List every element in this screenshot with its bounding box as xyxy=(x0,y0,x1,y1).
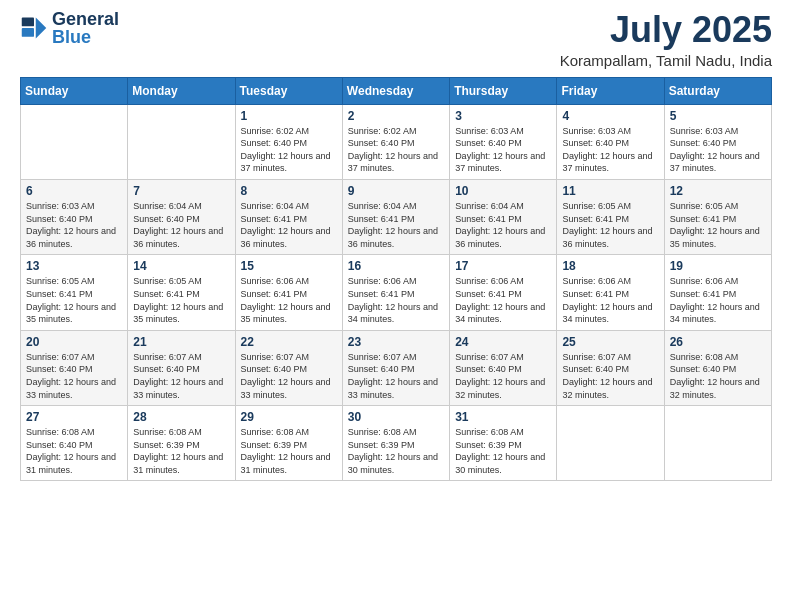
day-info: Sunrise: 6:02 AM Sunset: 6:40 PM Dayligh… xyxy=(348,125,445,175)
calendar-cell: 22Sunrise: 6:07 AM Sunset: 6:40 PM Dayli… xyxy=(235,330,342,405)
calendar-cell: 2Sunrise: 6:02 AM Sunset: 6:40 PM Daylig… xyxy=(342,104,449,179)
day-info: Sunrise: 6:04 AM Sunset: 6:41 PM Dayligh… xyxy=(455,200,552,250)
day-info: Sunrise: 6:08 AM Sunset: 6:39 PM Dayligh… xyxy=(241,426,338,476)
calendar-cell: 15Sunrise: 6:06 AM Sunset: 6:41 PM Dayli… xyxy=(235,255,342,330)
day-info: Sunrise: 6:04 AM Sunset: 6:41 PM Dayligh… xyxy=(348,200,445,250)
calendar-cell: 14Sunrise: 6:05 AM Sunset: 6:41 PM Dayli… xyxy=(128,255,235,330)
day-number: 1 xyxy=(241,109,338,123)
calendar-cell: 7Sunrise: 6:04 AM Sunset: 6:40 PM Daylig… xyxy=(128,179,235,254)
week-row-2: 6Sunrise: 6:03 AM Sunset: 6:40 PM Daylig… xyxy=(21,179,772,254)
week-row-4: 20Sunrise: 6:07 AM Sunset: 6:40 PM Dayli… xyxy=(21,330,772,405)
calendar-cell: 4Sunrise: 6:03 AM Sunset: 6:40 PM Daylig… xyxy=(557,104,664,179)
calendar-cell: 31Sunrise: 6:08 AM Sunset: 6:39 PM Dayli… xyxy=(450,406,557,481)
day-number: 10 xyxy=(455,184,552,198)
day-info: Sunrise: 6:06 AM Sunset: 6:41 PM Dayligh… xyxy=(670,275,767,325)
calendar-cell: 12Sunrise: 6:05 AM Sunset: 6:41 PM Dayli… xyxy=(664,179,771,254)
calendar-cell xyxy=(664,406,771,481)
calendar-cell: 28Sunrise: 6:08 AM Sunset: 6:39 PM Dayli… xyxy=(128,406,235,481)
calendar-cell: 6Sunrise: 6:03 AM Sunset: 6:40 PM Daylig… xyxy=(21,179,128,254)
day-info: Sunrise: 6:07 AM Sunset: 6:40 PM Dayligh… xyxy=(133,351,230,401)
day-number: 16 xyxy=(348,259,445,273)
calendar-cell: 20Sunrise: 6:07 AM Sunset: 6:40 PM Dayli… xyxy=(21,330,128,405)
day-info: Sunrise: 6:07 AM Sunset: 6:40 PM Dayligh… xyxy=(562,351,659,401)
calendar-cell: 3Sunrise: 6:03 AM Sunset: 6:40 PM Daylig… xyxy=(450,104,557,179)
day-number: 12 xyxy=(670,184,767,198)
day-info: Sunrise: 6:07 AM Sunset: 6:40 PM Dayligh… xyxy=(26,351,123,401)
day-info: Sunrise: 6:08 AM Sunset: 6:40 PM Dayligh… xyxy=(26,426,123,476)
calendar-cell: 9Sunrise: 6:04 AM Sunset: 6:41 PM Daylig… xyxy=(342,179,449,254)
week-row-3: 13Sunrise: 6:05 AM Sunset: 6:41 PM Dayli… xyxy=(21,255,772,330)
col-sunday: Sunday xyxy=(21,77,128,104)
day-info: Sunrise: 6:08 AM Sunset: 6:39 PM Dayligh… xyxy=(455,426,552,476)
day-number: 17 xyxy=(455,259,552,273)
calendar-cell: 17Sunrise: 6:06 AM Sunset: 6:41 PM Dayli… xyxy=(450,255,557,330)
day-number: 28 xyxy=(133,410,230,424)
calendar-cell: 19Sunrise: 6:06 AM Sunset: 6:41 PM Dayli… xyxy=(664,255,771,330)
day-info: Sunrise: 6:05 AM Sunset: 6:41 PM Dayligh… xyxy=(670,200,767,250)
day-number: 22 xyxy=(241,335,338,349)
calendar-cell: 8Sunrise: 6:04 AM Sunset: 6:41 PM Daylig… xyxy=(235,179,342,254)
svg-rect-1 xyxy=(22,28,34,37)
day-info: Sunrise: 6:02 AM Sunset: 6:40 PM Dayligh… xyxy=(241,125,338,175)
calendar-cell: 16Sunrise: 6:06 AM Sunset: 6:41 PM Dayli… xyxy=(342,255,449,330)
calendar-cell: 11Sunrise: 6:05 AM Sunset: 6:41 PM Dayli… xyxy=(557,179,664,254)
day-info: Sunrise: 6:06 AM Sunset: 6:41 PM Dayligh… xyxy=(562,275,659,325)
subtitle: Korampallam, Tamil Nadu, India xyxy=(560,52,772,69)
day-info: Sunrise: 6:06 AM Sunset: 6:41 PM Dayligh… xyxy=(348,275,445,325)
day-number: 3 xyxy=(455,109,552,123)
calendar-cell: 13Sunrise: 6:05 AM Sunset: 6:41 PM Dayli… xyxy=(21,255,128,330)
title-block: July 2025 Korampallam, Tamil Nadu, India xyxy=(560,10,772,69)
calendar-cell: 18Sunrise: 6:06 AM Sunset: 6:41 PM Dayli… xyxy=(557,255,664,330)
svg-rect-0 xyxy=(22,18,34,27)
day-number: 5 xyxy=(670,109,767,123)
day-number: 24 xyxy=(455,335,552,349)
day-info: Sunrise: 6:07 AM Sunset: 6:40 PM Dayligh… xyxy=(241,351,338,401)
day-number: 19 xyxy=(670,259,767,273)
calendar-cell: 27Sunrise: 6:08 AM Sunset: 6:40 PM Dayli… xyxy=(21,406,128,481)
logo: General Blue xyxy=(20,10,119,46)
day-number: 9 xyxy=(348,184,445,198)
calendar-table: Sunday Monday Tuesday Wednesday Thursday… xyxy=(20,77,772,482)
day-info: Sunrise: 6:08 AM Sunset: 6:39 PM Dayligh… xyxy=(348,426,445,476)
week-row-5: 27Sunrise: 6:08 AM Sunset: 6:40 PM Dayli… xyxy=(21,406,772,481)
calendar-cell: 1Sunrise: 6:02 AM Sunset: 6:40 PM Daylig… xyxy=(235,104,342,179)
header: General Blue July 2025 Korampallam, Tami… xyxy=(20,10,772,69)
day-info: Sunrise: 6:05 AM Sunset: 6:41 PM Dayligh… xyxy=(133,275,230,325)
col-friday: Friday xyxy=(557,77,664,104)
col-thursday: Thursday xyxy=(450,77,557,104)
day-number: 11 xyxy=(562,184,659,198)
day-info: Sunrise: 6:05 AM Sunset: 6:41 PM Dayligh… xyxy=(562,200,659,250)
week-row-1: 1Sunrise: 6:02 AM Sunset: 6:40 PM Daylig… xyxy=(21,104,772,179)
calendar-cell: 29Sunrise: 6:08 AM Sunset: 6:39 PM Dayli… xyxy=(235,406,342,481)
calendar-cell xyxy=(21,104,128,179)
day-info: Sunrise: 6:06 AM Sunset: 6:41 PM Dayligh… xyxy=(455,275,552,325)
calendar-cell: 24Sunrise: 6:07 AM Sunset: 6:40 PM Dayli… xyxy=(450,330,557,405)
calendar-cell: 5Sunrise: 6:03 AM Sunset: 6:40 PM Daylig… xyxy=(664,104,771,179)
calendar-cell: 25Sunrise: 6:07 AM Sunset: 6:40 PM Dayli… xyxy=(557,330,664,405)
day-number: 30 xyxy=(348,410,445,424)
calendar-cell: 30Sunrise: 6:08 AM Sunset: 6:39 PM Dayli… xyxy=(342,406,449,481)
day-info: Sunrise: 6:08 AM Sunset: 6:40 PM Dayligh… xyxy=(670,351,767,401)
col-saturday: Saturday xyxy=(664,77,771,104)
day-number: 23 xyxy=(348,335,445,349)
logo-blue: Blue xyxy=(52,28,119,46)
day-number: 4 xyxy=(562,109,659,123)
calendar-cell xyxy=(128,104,235,179)
day-info: Sunrise: 6:03 AM Sunset: 6:40 PM Dayligh… xyxy=(455,125,552,175)
day-number: 26 xyxy=(670,335,767,349)
calendar-cell: 10Sunrise: 6:04 AM Sunset: 6:41 PM Dayli… xyxy=(450,179,557,254)
day-info: Sunrise: 6:06 AM Sunset: 6:41 PM Dayligh… xyxy=(241,275,338,325)
day-number: 18 xyxy=(562,259,659,273)
day-number: 29 xyxy=(241,410,338,424)
day-number: 21 xyxy=(133,335,230,349)
calendar-header-row: Sunday Monday Tuesday Wednesday Thursday… xyxy=(21,77,772,104)
logo-text: General Blue xyxy=(52,10,119,46)
col-monday: Monday xyxy=(128,77,235,104)
page: General Blue July 2025 Korampallam, Tami… xyxy=(0,0,792,612)
day-info: Sunrise: 6:07 AM Sunset: 6:40 PM Dayligh… xyxy=(348,351,445,401)
col-tuesday: Tuesday xyxy=(235,77,342,104)
calendar-cell xyxy=(557,406,664,481)
col-wednesday: Wednesday xyxy=(342,77,449,104)
main-title: July 2025 xyxy=(560,10,772,50)
day-number: 31 xyxy=(455,410,552,424)
